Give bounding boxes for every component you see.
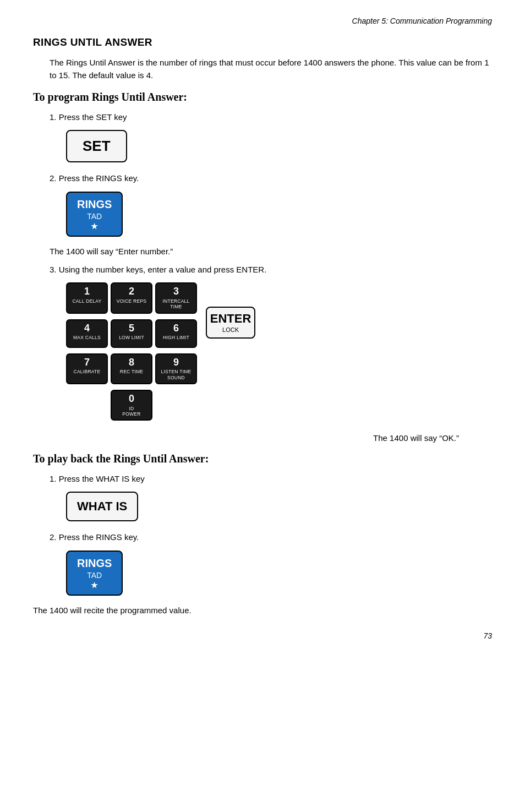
pb-step2-text: 2. Press the RINGS key. xyxy=(50,531,492,544)
key-0-label: ID POWER xyxy=(122,406,140,417)
key-9-label: LISTEN TIME SOUND xyxy=(161,369,191,380)
key-0[interactable]: 0 ID POWER xyxy=(111,390,152,421)
numpad-keys-block: 1 CALL DELAY 2 VOICE REPS 3 INTERCALL TI… xyxy=(66,282,197,423)
rings-key-container-2: RINGS TAD ★ xyxy=(66,551,492,596)
step1-text: 1. Press the SET key xyxy=(50,111,492,124)
key-6[interactable]: 6 HIGH LIMIT xyxy=(155,319,197,348)
numpad-row-3: 7 CALIBRATE 8 REC TIME 9 LISTEN TIME SOU… xyxy=(66,353,197,384)
step3-text: 3. Using the number keys, enter a value … xyxy=(50,264,492,276)
key-5[interactable]: 5 LOW LIMIT xyxy=(111,319,152,348)
rings-label-1: RINGS xyxy=(77,197,112,211)
said-ok-text: The 1400 will say “OK.” xyxy=(33,433,459,443)
lock-label: LOCK xyxy=(222,326,239,333)
numpad-row-1: 1 CALL DELAY 2 VOICE REPS 3 INTERCALL TI… xyxy=(66,282,197,313)
playback-heading: To play back the Rings Until Answer: xyxy=(33,453,492,465)
set-key-container: SET xyxy=(66,130,492,162)
rings-label-2: RINGS xyxy=(77,556,112,570)
key-3[interactable]: 3 INTERCALL TIME xyxy=(155,282,197,313)
key-6-num: 6 xyxy=(173,323,179,334)
key-2-label: VOICE REPS xyxy=(117,298,147,304)
rings-key-container-1: RINGS TAD ★ xyxy=(66,192,492,237)
key-8-label: REC TIME xyxy=(120,369,144,374)
numpad-row-4: 0 ID POWER xyxy=(66,390,197,421)
key-8-num: 8 xyxy=(129,357,134,368)
whatis-key[interactable]: WHAT IS xyxy=(66,492,138,521)
key-7-label: CALIBRATE xyxy=(74,369,101,374)
numpad-enter-group: 1 CALL DELAY 2 VOICE REPS 3 INTERCALL TI… xyxy=(66,282,492,423)
rings-key-1[interactable]: RINGS TAD ★ xyxy=(66,192,123,237)
star-label-2: ★ xyxy=(77,580,112,590)
step2-text: 2. Press the RINGS key. xyxy=(50,172,492,185)
key-9[interactable]: 9 LISTEN TIME SOUND xyxy=(155,353,197,384)
key-2-num: 2 xyxy=(129,286,134,297)
set-key[interactable]: SET xyxy=(66,130,127,162)
key-4[interactable]: 4 MAX CALLS xyxy=(66,319,108,348)
section-title: RINGS UNTIL ANSWER xyxy=(33,36,492,48)
tad-label-2: TAD xyxy=(77,570,112,580)
page-number: 73 xyxy=(33,631,492,640)
key-5-num: 5 xyxy=(129,323,134,334)
tad-label-1: TAD xyxy=(77,211,112,221)
key-9-num: 9 xyxy=(173,357,179,368)
key-3-num: 3 xyxy=(173,286,179,297)
recite-text: The 1400 will recite the programmed valu… xyxy=(33,606,492,615)
star-label-1: ★ xyxy=(77,221,112,231)
key-6-label: HIGH LIMIT xyxy=(163,335,189,340)
whatis-key-container: WHAT IS xyxy=(66,492,492,521)
key-1-label: CALL DELAY xyxy=(72,298,101,304)
key-5-label: LOW LIMIT xyxy=(119,335,144,340)
section-description: The Rings Until Answer is the number of … xyxy=(50,56,492,82)
key-1[interactable]: 1 CALL DELAY xyxy=(66,282,108,313)
key-1-num: 1 xyxy=(84,286,90,297)
rings-key-2[interactable]: RINGS TAD ★ xyxy=(66,551,123,596)
program-heading: To program Rings Until Answer: xyxy=(33,91,492,103)
key-4-label: MAX CALLS xyxy=(73,335,101,340)
key-8[interactable]: 8 REC TIME xyxy=(111,353,152,384)
key-7[interactable]: 7 CALIBRATE xyxy=(66,353,108,384)
enter-label: ENTER xyxy=(210,312,251,325)
numpad-wrapper: 1 CALL DELAY 2 VOICE REPS 3 INTERCALL TI… xyxy=(66,282,492,423)
key-7-num: 7 xyxy=(84,357,90,368)
pb-step1-text: 1. Press the WHAT IS key xyxy=(50,473,492,486)
said-enter-text: The 1400 will say “Enter number.” xyxy=(50,247,492,256)
key-2[interactable]: 2 VOICE REPS xyxy=(111,282,152,313)
enter-key[interactable]: ENTER LOCK xyxy=(206,307,255,339)
chapter-header: Chapter 5: Communication Programming xyxy=(33,17,492,25)
key-0-num: 0 xyxy=(129,394,134,405)
key-4-num: 4 xyxy=(84,323,90,334)
key-3-label: INTERCALL TIME xyxy=(158,298,194,309)
numpad-row-2: 4 MAX CALLS 5 LOW LIMIT 6 HIGH LIMIT xyxy=(66,319,197,348)
chapter-title: Chapter 5: Communication Programming xyxy=(352,17,492,25)
